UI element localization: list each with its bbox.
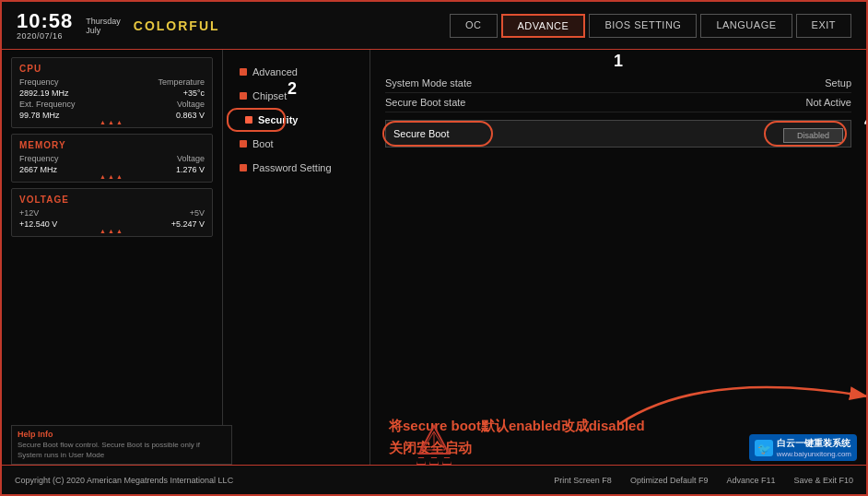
menu-label-advanced: Advanced [252, 66, 298, 77]
v12-label: +12V [19, 208, 39, 218]
status-rows: System Mode state Setup Secure Boot stat… [385, 74, 851, 148]
date-display: 2020/07/16 [17, 31, 73, 41]
bottom-keys: Print Screen F8 Optimized Default F9 Adv… [554, 476, 853, 485]
menu-label-password: Password Setting [252, 162, 332, 173]
bios-frame: 10:58 2020/07/16 Thursday July COLORFUL … [0, 0, 868, 496]
right-panel: 1 System Mode state Setup Secure Boot st… [370, 50, 866, 468]
nav-menu: OC ADVANCE BIOS SETTING LANGUAGE EXIT [450, 14, 851, 38]
v5-label: +5V [190, 208, 205, 218]
watermark-brand: 白云一键重装系统 [777, 437, 851, 450]
volt-label-row: +12V +5V [19, 208, 205, 218]
cpu-ext-row: Ext. Frequency Voltage [19, 100, 205, 109]
cpu-volt-label: Voltage [177, 100, 205, 109]
cpu-ext-value: 99.78 MHz [19, 111, 60, 120]
header-day: Thursday July [86, 17, 121, 35]
mem-freq-row: Frequency Voltage [19, 154, 205, 163]
key-advance[interactable]: Advance F11 [726, 476, 775, 485]
cpu-freq-label: Frequency [19, 77, 59, 87]
menu-dot-chipset [240, 92, 247, 100]
clock-display: 10:58 [17, 11, 73, 31]
nav-advance[interactable]: ADVANCE [501, 14, 586, 38]
watermark-bird-icon: 🐦 [755, 440, 773, 456]
menu-label-chipset: Chipset [252, 90, 287, 101]
center-menu: Advanced Chipset Security Boot Password … [223, 50, 370, 468]
secure-boot-state-value: Not Active [805, 97, 851, 108]
left-panel: CPU Frequency Temperature 2892.19 MHz +3… [2, 50, 223, 468]
cpu-corner-deco: ▲▲▲ [100, 119, 124, 125]
volt-corner-deco: ▲▲▲ [100, 228, 124, 234]
header-time: 10:58 2020/07/16 [17, 11, 73, 41]
bottom-bar: Copyright (C) 2020 American Megatrends I… [2, 465, 866, 494]
key-print-screen[interactable]: Print Screen F8 [554, 476, 612, 485]
annotation-1: 1 [614, 52, 623, 71]
cpu-title: CPU [19, 64, 205, 74]
arrow-svg [610, 360, 868, 433]
cpu-volt-value: 0.863 V [176, 111, 205, 120]
watermark-url: www.baiyunxitong.com [777, 450, 851, 458]
key-save-exit[interactable]: Save & Exit F10 [793, 476, 853, 485]
copyright-text: Copyright (C) 2020 American Megatrends I… [15, 476, 233, 485]
help-title: Help Info [18, 430, 226, 439]
system-mode-row: System Mode state Setup [385, 74, 851, 93]
key-optimized-default[interactable]: Optimized Default F9 [630, 476, 709, 485]
secure-boot-row[interactable]: Secure Boot Disabled 4 [385, 120, 851, 148]
voltage-title: VOLTAGE [19, 195, 205, 205]
secure-boot-state-row: Secure Boot state Not Active [385, 93, 851, 112]
cpu-ext-label: Ext. Frequency [19, 100, 76, 109]
secure-boot-label: Secure Boot [393, 128, 783, 139]
cpu-freq-value: 2892.19 MHz [19, 89, 69, 98]
menu-dot-advanced [240, 68, 247, 76]
menu-item-chipset[interactable]: Chipset [232, 85, 360, 107]
help-text: Secure Boot flow control. Secure Boot is… [18, 441, 226, 460]
nav-exit[interactable]: EXIT [796, 14, 851, 38]
nav-oc[interactable]: OC [450, 14, 498, 38]
triangle-logo [417, 424, 451, 457]
voltage-info-box: VOLTAGE +12V +5V +12.540 V +5.247 V ▲▲▲ [11, 188, 213, 237]
memory-info-box: MEMORY Frequency Voltage 2667 MHz 1.276 … [11, 134, 213, 183]
menu-item-boot[interactable]: Boot [232, 133, 360, 155]
mem-volt-value: 1.276 V [176, 165, 205, 174]
mem-freq-value: 2667 MHz [19, 165, 57, 174]
menu-item-password[interactable]: Password Setting [232, 157, 360, 179]
cpu-temp-value: +35°c [183, 89, 205, 98]
secure-boot-toggle[interactable]: Disabled [783, 128, 843, 143]
menu-label-boot: Boot [252, 138, 274, 149]
nav-bios-setting[interactable]: BIOS SETTING [589, 14, 697, 38]
menu-dot-password [240, 164, 247, 171]
bios-logo [417, 424, 451, 461]
mem-corner-deco: ▲▲▲ [100, 173, 124, 180]
cpu-freq-row: Frequency Temperature [19, 77, 205, 87]
menu-item-advanced[interactable]: Advanced [232, 61, 360, 83]
menu-dot-boot [240, 140, 247, 148]
menu-item-security[interactable]: Security [232, 109, 360, 131]
v12-value: +12.540 V [19, 219, 57, 229]
brand-logo: COLORFUL [134, 18, 220, 33]
secure-boot-state-label: Secure Boot state [385, 97, 465, 108]
mem-volt-label: Voltage [177, 154, 205, 163]
annotation-4: 4 [864, 113, 868, 130]
cpu-temp-label: Temperature [158, 77, 205, 87]
nav-language[interactable]: LANGUAGE [700, 14, 792, 38]
header: 10:58 2020/07/16 Thursday July COLORFUL … [2, 2, 866, 50]
month-display: July [86, 26, 121, 35]
day-of-week: Thursday [86, 17, 121, 26]
memory-title: MEMORY [19, 140, 205, 150]
menu-label-security: Security [258, 114, 298, 125]
menu-dot-security [245, 116, 252, 124]
main-content: CPU Frequency Temperature 2892.19 MHz +3… [2, 50, 866, 468]
cpu-freq-val-row: 2892.19 MHz +35°c [19, 89, 205, 98]
watermark: 🐦 白云一键重装系统 www.baiyunxitong.com [749, 434, 857, 461]
v5-value: +5.247 V [171, 219, 205, 229]
cpu-info-box: CPU Frequency Temperature 2892.19 MHz +3… [11, 57, 213, 128]
system-mode-value: Setup [825, 77, 851, 89]
svg-text:🐦: 🐦 [757, 442, 770, 455]
help-box: Help Info Secure Boot flow control. Secu… [11, 425, 232, 465]
mem-freq-label: Frequency [19, 154, 59, 163]
system-mode-label: System Mode state [385, 77, 472, 89]
